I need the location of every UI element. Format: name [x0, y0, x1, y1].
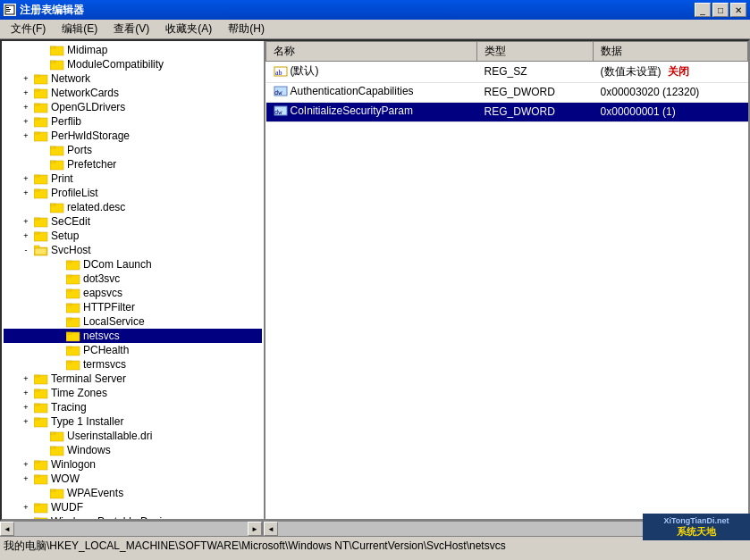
tree-item-perflib[interactable]: Perflib — [4, 114, 262, 129]
menu-favorites[interactable]: 收藏夹(A) — [158, 20, 219, 38]
tree-item-windows[interactable]: Windows — [4, 443, 262, 457]
expand-icon[interactable] — [20, 187, 32, 199]
tree-item-ports[interactable]: Ports — [4, 143, 262, 157]
menu-help[interactable]: 帮助(H) — [221, 20, 272, 38]
svg-rect-58 — [34, 418, 39, 420]
table-row[interactable]: ab (默认) REG_SZ (数值未设置) 关闭 — [266, 62, 748, 83]
menu-view[interactable]: 查看(V) — [106, 20, 156, 38]
detail-pane[interactable]: 名称 类型 数据 ab (默认) — [265, 41, 748, 519]
tree-item-modulecompat[interactable]: ModuleCompatibility — [4, 57, 262, 71]
menu-bar: 文件(F) 编辑(E) 查看(V) 收藏夹(A) 帮助(H) — [0, 20, 750, 39]
tree-item-perhwid[interactable]: PerHwIdStorage — [4, 129, 262, 143]
scroll-right-btn[interactable]: ► — [248, 522, 262, 536]
svg-rect-54 — [34, 389, 39, 391]
expand-icon[interactable] — [20, 501, 32, 514]
tree-item-secedit[interactable]: SeCEdit — [4, 214, 262, 229]
expand-icon[interactable] — [20, 130, 32, 142]
tree-item-winportable[interactable]: Windows Portable Device... — [4, 514, 262, 519]
tree-item-svchost[interactable]: SvcHost — [4, 243, 262, 257]
folder-icon — [34, 187, 48, 199]
expand-icon[interactable] — [20, 472, 32, 485]
scroll-track[interactable] — [14, 522, 248, 536]
tree-item-pchealth[interactable]: PCHealth — [4, 343, 262, 357]
svg-rect-72 — [34, 518, 39, 519]
menu-edit[interactable]: 编辑(E) — [55, 20, 105, 38]
svg-rect-42 — [66, 304, 72, 305]
tree-pane[interactable]: Midimap ModuleCompatibility Network — [2, 41, 265, 519]
tree-label: Windows Portable Device... — [51, 515, 182, 519]
minimize-button[interactable]: _ — [695, 3, 711, 17]
tree-item-winlogon[interactable]: Winlogon — [4, 457, 262, 472]
expand-icon — [36, 444, 48, 456]
tree-label: Terminal Server — [51, 372, 126, 385]
scroll-left-btn[interactable]: ◄ — [0, 522, 14, 536]
expand-icon[interactable] — [20, 387, 32, 399]
tree-item-userinstallable[interactable]: Userinstallable.dri — [4, 429, 262, 443]
tree-item-localservice[interactable]: LocalService — [4, 314, 262, 329]
svg-rect-25 — [34, 189, 39, 191]
folder-icon — [50, 487, 64, 499]
folder-icon — [34, 230, 48, 242]
tree-item-eapsvcs[interactable]: eapsvcs — [4, 286, 262, 300]
tree-item-dcomlaunch[interactable]: DCom Launch — [4, 257, 262, 272]
tree-label: Ports — [67, 144, 92, 156]
tree-item-midimap[interactable]: Midimap — [4, 43, 262, 57]
tree-item-timezones[interactable]: Time Zones — [4, 386, 262, 400]
tree-item-termsvcs[interactable]: termsvcs — [4, 357, 262, 372]
expand-icon[interactable] — [20, 172, 32, 185]
maximize-button[interactable]: □ — [712, 3, 729, 17]
svg-rect-48 — [66, 347, 72, 348]
expand-icon[interactable] — [20, 401, 32, 414]
folder-icon — [66, 315, 80, 328]
expand-icon[interactable] — [20, 458, 32, 471]
folder-icon-open — [34, 244, 48, 256]
tree-label: WUDF — [51, 501, 83, 514]
tree-item-prefetcher[interactable]: Prefetcher — [4, 157, 262, 171]
window-close-button[interactable]: ✕ — [730, 3, 746, 17]
expand-icon — [52, 287, 64, 299]
svg-rect-17 — [34, 132, 39, 134]
expand-icon[interactable] — [20, 215, 32, 228]
tree-label: Windows — [67, 444, 111, 456]
tree-item-networkcards[interactable]: NetworkCards — [4, 86, 262, 100]
close-label[interactable]: 关闭 — [668, 65, 689, 78]
tree-item-dot3svc[interactable]: dot3svc — [4, 272, 262, 286]
scroll-left-btn2[interactable]: ◄ — [264, 522, 278, 536]
tree-item-opengl[interactable]: OpenGLDrivers — [4, 100, 262, 114]
tree-label: WOW — [51, 472, 80, 485]
tree-item-netsvcs[interactable]: netsvcs — [4, 329, 262, 343]
expand-icon[interactable] — [20, 372, 32, 385]
expand-icon[interactable] — [20, 87, 32, 99]
expand-icon — [52, 344, 64, 356]
tree-label: dot3svc — [83, 272, 120, 285]
expand-icon[interactable] — [20, 230, 32, 242]
tree-item-related[interactable]: related.desc — [4, 200, 262, 214]
svg-rect-62 — [50, 447, 55, 448]
expand-icon[interactable] — [20, 415, 32, 428]
svg-rect-66 — [34, 475, 39, 477]
folder-icon — [66, 330, 80, 342]
tree-item-wudf[interactable]: WUDF — [4, 500, 262, 514]
menu-file[interactable]: 文件(F) — [4, 20, 53, 38]
expand-icon[interactable] — [20, 72, 32, 85]
tree-item-profilelist[interactable]: ProfileList — [4, 186, 262, 200]
tree-item-type1[interactable]: Type 1 Installer — [4, 414, 262, 429]
svg-text:dw: dw — [274, 109, 282, 116]
expand-icon[interactable] — [20, 101, 32, 113]
expand-icon[interactable] — [20, 515, 32, 519]
table-row[interactable]: dw AuthenticationCapabilities REG_DWORD … — [266, 82, 748, 102]
tree-item-setup[interactable]: Setup — [4, 229, 262, 243]
tree-item-wpaevents[interactable]: WPAEvents — [4, 486, 262, 500]
tree-item-httpfilter[interactable]: HTTPFilter — [4, 300, 262, 314]
folder-icon — [50, 201, 64, 213]
tree-item-wow[interactable]: WOW — [4, 472, 262, 486]
tree-item-tracing[interactable]: Tracing — [4, 400, 262, 414]
svg-text:ab: ab — [275, 69, 282, 77]
expand-icon[interactable] — [20, 244, 32, 256]
svg-rect-9 — [34, 75, 39, 77]
tree-item-network[interactable]: Network — [4, 71, 262, 86]
tree-item-print[interactable]: Print — [4, 171, 262, 186]
tree-item-terminalserver[interactable]: Terminal Server — [4, 372, 262, 386]
expand-icon[interactable] — [20, 115, 32, 128]
table-row[interactable]: dw CoInitializeSecurityParam REG_DWORD 0… — [266, 102, 748, 121]
